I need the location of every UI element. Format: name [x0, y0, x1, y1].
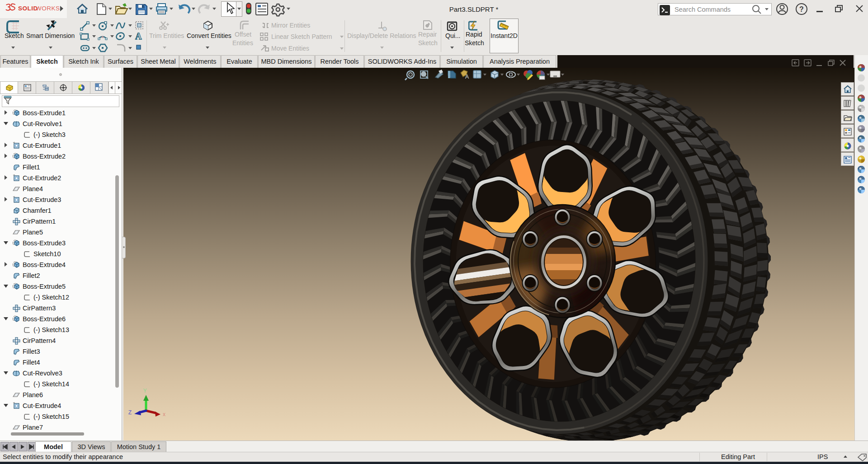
svg-text:Fillet4: Fillet4 — [23, 359, 40, 366]
svg-text:(-) Sketch15: (-) Sketch15 — [33, 413, 69, 420]
svg-text:x: x — [163, 411, 165, 417]
svg-text:Z: Z — [128, 409, 132, 416]
svg-text:Fillet2: Fillet2 — [23, 272, 40, 279]
svg-text:Boss-Extrude6: Boss-Extrude6 — [23, 315, 66, 323]
svg-text:Cut-Revolve3: Cut-Revolve3 — [23, 370, 62, 377]
svg-text:(-) Sketch13: (-) Sketch13 — [33, 326, 69, 333]
svg-text:(-) Sketch14: (-) Sketch14 — [33, 380, 69, 388]
svg-text:Boss-Extrude5: Boss-Extrude5 — [23, 283, 66, 290]
svg-text:CirPattern3: CirPattern3 — [23, 305, 56, 312]
svg-text:Plane7: Plane7 — [23, 424, 43, 431]
svg-text:CirPattern4: CirPattern4 — [23, 337, 56, 344]
svg-text:Sketch10: Sketch10 — [33, 250, 61, 258]
svg-text:Y: Y — [143, 388, 147, 394]
svg-text:Plane6: Plane6 — [23, 391, 43, 398]
svg-text:Boss-Extrude4: Boss-Extrude4 — [23, 261, 66, 268]
svg-text:Cut-Extrude4: Cut-Extrude4 — [23, 402, 61, 409]
svg-text:Fillet3: Fillet3 — [23, 348, 40, 355]
svg-text:Plane5: Plane5 — [23, 229, 43, 236]
svg-text:Boss-Extrude3: Boss-Extrude3 — [23, 239, 66, 247]
svg-text:(-) Sketch12: (-) Sketch12 — [33, 294, 69, 301]
